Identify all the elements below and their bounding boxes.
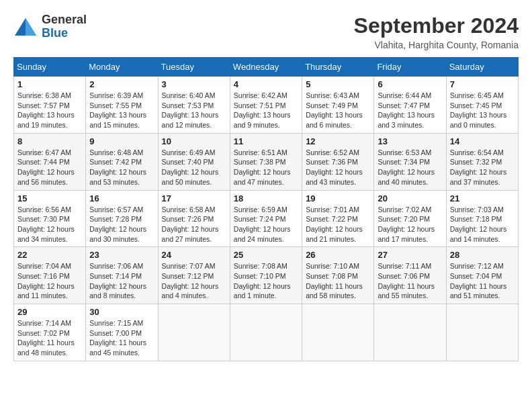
- calendar-header-row: SundayMondayTuesdayWednesdayThursdayFrid…: [14, 58, 519, 77]
- calendar-cell: 10Sunrise: 6:49 AM Sunset: 7:40 PM Dayli…: [158, 133, 230, 190]
- calendar-cell: 19Sunrise: 7:01 AM Sunset: 7:22 PM Dayli…: [302, 190, 374, 247]
- calendar-cell: 3Sunrise: 6:40 AM Sunset: 7:53 PM Daylig…: [158, 77, 230, 134]
- calendar-cell: [158, 304, 230, 361]
- day-info: Sunrise: 6:48 AM Sunset: 7:42 PM Dayligh…: [89, 148, 154, 187]
- column-header-tuesday: Tuesday: [158, 58, 230, 77]
- day-number: 11: [234, 136, 298, 146]
- day-number: 1: [17, 79, 82, 89]
- column-header-saturday: Saturday: [446, 58, 518, 77]
- day-number: 28: [450, 250, 515, 260]
- calendar-cell: 8Sunrise: 6:47 AM Sunset: 7:44 PM Daylig…: [14, 133, 86, 190]
- day-number: 27: [378, 250, 442, 260]
- day-info: Sunrise: 6:56 AM Sunset: 7:30 PM Dayligh…: [17, 205, 82, 244]
- calendar-week-row: 15Sunrise: 6:56 AM Sunset: 7:30 PM Dayli…: [14, 190, 519, 247]
- day-number: 15: [17, 193, 82, 203]
- day-info: Sunrise: 6:52 AM Sunset: 7:36 PM Dayligh…: [306, 148, 370, 187]
- calendar-cell: 24Sunrise: 7:07 AM Sunset: 7:12 PM Dayli…: [158, 247, 230, 304]
- calendar-cell: 11Sunrise: 6:51 AM Sunset: 7:38 PM Dayli…: [230, 133, 302, 190]
- calendar-cell: 29Sunrise: 7:14 AM Sunset: 7:02 PM Dayli…: [14, 304, 86, 361]
- calendar-cell: 22Sunrise: 7:04 AM Sunset: 7:16 PM Dayli…: [14, 247, 86, 304]
- page-header: General Blue September 2024 Vlahita, Har…: [13, 13, 519, 50]
- day-info: Sunrise: 7:06 AM Sunset: 7:14 PM Dayligh…: [89, 261, 154, 301]
- calendar-cell: 30Sunrise: 7:15 AM Sunset: 7:00 PM Dayli…: [86, 304, 158, 361]
- day-info: Sunrise: 7:15 AM Sunset: 7:00 PM Dayligh…: [89, 318, 154, 358]
- day-info: Sunrise: 7:04 AM Sunset: 7:16 PM Dayligh…: [17, 261, 82, 301]
- day-number: 24: [162, 250, 226, 260]
- day-number: 6: [378, 79, 442, 89]
- calendar-cell: 25Sunrise: 7:08 AM Sunset: 7:10 PM Dayli…: [230, 247, 302, 304]
- logo-blue-text: Blue: [42, 27, 87, 40]
- calendar-cell: 2Sunrise: 6:39 AM Sunset: 7:55 PM Daylig…: [86, 77, 158, 134]
- day-info: Sunrise: 6:43 AM Sunset: 7:49 PM Dayligh…: [306, 91, 370, 130]
- day-number: 22: [17, 250, 82, 260]
- day-number: 19: [306, 193, 370, 203]
- day-info: Sunrise: 7:03 AM Sunset: 7:18 PM Dayligh…: [450, 205, 515, 244]
- day-number: 25: [234, 250, 298, 260]
- calendar-week-row: 1Sunrise: 6:38 AM Sunset: 7:57 PM Daylig…: [14, 77, 519, 134]
- logo-icon: [13, 17, 38, 37]
- day-info: Sunrise: 6:54 AM Sunset: 7:32 PM Dayligh…: [450, 148, 515, 187]
- day-number: 7: [450, 79, 515, 89]
- calendar-cell: 1Sunrise: 6:38 AM Sunset: 7:57 PM Daylig…: [14, 77, 86, 134]
- day-info: Sunrise: 7:02 AM Sunset: 7:20 PM Dayligh…: [378, 205, 442, 244]
- day-info: Sunrise: 6:57 AM Sunset: 7:28 PM Dayligh…: [89, 205, 154, 244]
- day-number: 9: [89, 136, 154, 146]
- calendar-cell: 9Sunrise: 6:48 AM Sunset: 7:42 PM Daylig…: [86, 133, 158, 190]
- day-number: 5: [306, 79, 370, 89]
- day-number: 10: [162, 136, 226, 146]
- calendar-cell: [302, 304, 374, 361]
- day-info: Sunrise: 6:59 AM Sunset: 7:24 PM Dayligh…: [234, 205, 298, 244]
- day-number: 8: [17, 136, 82, 146]
- calendar-cell: 12Sunrise: 6:52 AM Sunset: 7:36 PM Dayli…: [302, 133, 374, 190]
- day-number: 13: [378, 136, 442, 146]
- day-number: 4: [234, 79, 298, 89]
- day-number: 3: [162, 79, 226, 89]
- column-header-wednesday: Wednesday: [230, 58, 302, 77]
- day-number: 12: [306, 136, 370, 146]
- location-text: Vlahita, Harghita County, Romania: [354, 40, 519, 50]
- day-info: Sunrise: 7:12 AM Sunset: 7:04 PM Dayligh…: [450, 261, 515, 301]
- day-number: 23: [89, 250, 154, 260]
- calendar-week-row: 29Sunrise: 7:14 AM Sunset: 7:02 PM Dayli…: [14, 304, 519, 361]
- day-info: Sunrise: 6:51 AM Sunset: 7:38 PM Dayligh…: [234, 148, 298, 187]
- logo-text: General Blue: [42, 13, 87, 40]
- day-info: Sunrise: 6:47 AM Sunset: 7:44 PM Dayligh…: [17, 148, 82, 187]
- calendar-cell: 16Sunrise: 6:57 AM Sunset: 7:28 PM Dayli…: [86, 190, 158, 247]
- day-info: Sunrise: 7:07 AM Sunset: 7:12 PM Dayligh…: [162, 261, 226, 301]
- day-info: Sunrise: 6:49 AM Sunset: 7:40 PM Dayligh…: [162, 148, 226, 187]
- day-info: Sunrise: 6:39 AM Sunset: 7:55 PM Dayligh…: [89, 91, 154, 130]
- calendar-cell: [374, 304, 446, 361]
- calendar-week-row: 8Sunrise: 6:47 AM Sunset: 7:44 PM Daylig…: [14, 133, 519, 190]
- day-number: 29: [17, 307, 82, 317]
- column-header-thursday: Thursday: [302, 58, 374, 77]
- day-info: Sunrise: 7:14 AM Sunset: 7:02 PM Dayligh…: [17, 318, 82, 358]
- day-info: Sunrise: 6:42 AM Sunset: 7:51 PM Dayligh…: [234, 91, 298, 130]
- calendar-table: SundayMondayTuesdayWednesdayThursdayFrid…: [13, 57, 519, 361]
- calendar-week-row: 22Sunrise: 7:04 AM Sunset: 7:16 PM Dayli…: [14, 247, 519, 304]
- calendar-cell: 20Sunrise: 7:02 AM Sunset: 7:20 PM Dayli…: [374, 190, 446, 247]
- logo-general-text: General: [42, 13, 87, 27]
- calendar-cell: [446, 304, 518, 361]
- day-info: Sunrise: 6:44 AM Sunset: 7:47 PM Dayligh…: [378, 91, 442, 130]
- day-number: 16: [89, 193, 154, 203]
- calendar-cell: 21Sunrise: 7:03 AM Sunset: 7:18 PM Dayli…: [446, 190, 518, 247]
- day-number: 30: [89, 307, 154, 317]
- column-header-sunday: Sunday: [14, 58, 86, 77]
- calendar-cell: 18Sunrise: 6:59 AM Sunset: 7:24 PM Dayli…: [230, 190, 302, 247]
- calendar-cell: 27Sunrise: 7:11 AM Sunset: 7:06 PM Dayli…: [374, 247, 446, 304]
- column-header-friday: Friday: [374, 58, 446, 77]
- day-number: 21: [450, 193, 515, 203]
- calendar-cell: 26Sunrise: 7:10 AM Sunset: 7:08 PM Dayli…: [302, 247, 374, 304]
- calendar-cell: 28Sunrise: 7:12 AM Sunset: 7:04 PM Dayli…: [446, 247, 518, 304]
- calendar-cell: 14Sunrise: 6:54 AM Sunset: 7:32 PM Dayli…: [446, 133, 518, 190]
- month-title: September 2024: [354, 13, 519, 38]
- calendar-cell: [230, 304, 302, 361]
- day-info: Sunrise: 6:58 AM Sunset: 7:26 PM Dayligh…: [162, 205, 226, 244]
- day-info: Sunrise: 7:08 AM Sunset: 7:10 PM Dayligh…: [234, 261, 298, 301]
- day-info: Sunrise: 7:10 AM Sunset: 7:08 PM Dayligh…: [306, 261, 370, 301]
- day-info: Sunrise: 7:11 AM Sunset: 7:06 PM Dayligh…: [378, 261, 442, 301]
- day-number: 17: [162, 193, 226, 203]
- day-info: Sunrise: 6:38 AM Sunset: 7:57 PM Dayligh…: [17, 91, 82, 130]
- calendar-cell: 23Sunrise: 7:06 AM Sunset: 7:14 PM Dayli…: [86, 247, 158, 304]
- calendar-cell: 17Sunrise: 6:58 AM Sunset: 7:26 PM Dayli…: [158, 190, 230, 247]
